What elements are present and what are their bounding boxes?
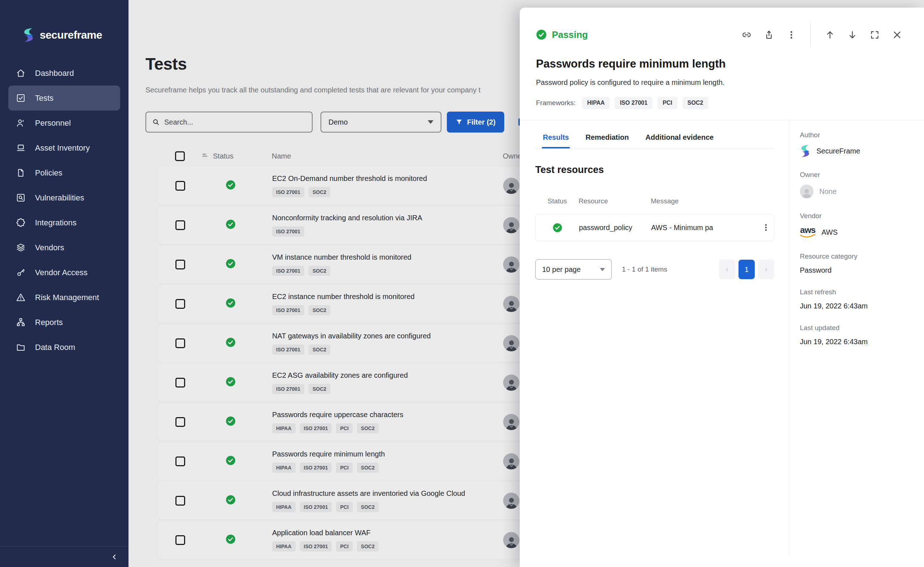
resource-options-button[interactable] <box>758 223 774 232</box>
previous-page-button[interactable]: ‹ <box>719 260 735 279</box>
secureframe-logo-icon <box>800 145 811 157</box>
row-checkbox[interactable] <box>176 299 185 309</box>
current-page-button[interactable]: 1 <box>738 260 755 279</box>
select-all-checkbox[interactable] <box>175 151 185 161</box>
table-row[interactable]: NAT gateways in availability zones are c… <box>158 325 577 361</box>
test-description: Password policy is configured to require… <box>536 78 902 87</box>
resource-category-value: Password <box>800 266 913 274</box>
close-drawer-button[interactable] <box>891 29 902 40</box>
row-checkbox[interactable] <box>176 496 185 505</box>
tab-remediation[interactable]: Remediation <box>584 130 630 148</box>
author-value: SecureFrame <box>816 147 860 155</box>
per-page-select[interactable]: 10 per page <box>535 259 612 280</box>
table-row[interactable]: EC2 ASG availability zones are configure… <box>158 364 577 400</box>
share-icon <box>764 30 774 40</box>
resource-category-label: Resource category <box>800 253 913 260</box>
search-box[interactable] <box>146 111 313 132</box>
row-checkbox[interactable] <box>176 456 185 466</box>
table-row[interactable]: Cloud infrastructure assets are inventor… <box>158 483 577 519</box>
sidebar-item-policies[interactable]: Policies <box>8 160 120 185</box>
resource-row[interactable]: password_policyAWS - Minimum pa <box>535 214 774 241</box>
row-checkbox[interactable] <box>176 260 185 269</box>
resource-name: password_policy <box>579 224 651 232</box>
resource-table-header: Status Resource Message <box>535 197 774 205</box>
sidebar-item-asset-inventory[interactable]: Asset Inventory <box>8 135 120 160</box>
page-subtitle: Secureframe helps you track all the outs… <box>146 86 550 94</box>
row-checkbox[interactable] <box>176 181 185 191</box>
sidebar-item-vendors[interactable]: Vendors <box>8 235 120 260</box>
tab-results[interactable]: Results <box>542 130 570 148</box>
more-options-button[interactable] <box>786 29 796 40</box>
arrow-up-icon <box>825 30 835 40</box>
row-checkbox[interactable] <box>176 535 185 545</box>
resource-column-message: Message <box>651 197 758 205</box>
framework-badge: SOC2 <box>357 423 379 433</box>
framework-badge: ISO 27001 <box>272 187 304 197</box>
row-checkbox[interactable] <box>176 220 185 230</box>
framework-badges: ISO 27001SOC2 <box>272 187 483 197</box>
sidebar-item-tests[interactable]: Tests <box>8 86 120 111</box>
framework-badge: ISO 27001 <box>615 97 652 109</box>
resource-column-resource: Resource <box>579 197 651 205</box>
row-checkbox[interactable] <box>176 417 185 427</box>
expand-button[interactable] <box>869 29 880 40</box>
sidebar-item-vendor-access[interactable]: Vendor Access <box>8 260 120 285</box>
sidebar-item-vulnerabilities[interactable]: Vulnerabilities <box>8 185 120 210</box>
table-row[interactable]: Passwords require uppercase charactersHI… <box>158 404 577 440</box>
passing-status-icon <box>226 495 236 506</box>
sort-icon[interactable] <box>201 151 209 161</box>
sidebar-item-personnel[interactable]: Personnel <box>8 111 120 135</box>
sidebar-collapse-button[interactable] <box>108 551 120 563</box>
owner-avatar <box>503 256 519 273</box>
framework-select[interactable]: Demo <box>321 111 441 132</box>
column-header-name[interactable]: Name <box>259 152 483 160</box>
table-row[interactable]: Nonconformity tracking and resolution vi… <box>158 207 577 243</box>
table-row[interactable]: Application load balancer WAFHIPAAISO 27… <box>158 522 577 558</box>
aws-smile-icon <box>800 235 816 239</box>
table-row[interactable]: EC2 instance number threshold is monitor… <box>158 286 577 322</box>
test-resources-title: Test resources <box>535 164 774 176</box>
sidebar-item-label: Data Room <box>35 343 75 352</box>
sidebar-item-integrations[interactable]: Integrations <box>8 210 120 235</box>
owner-avatar <box>503 178 519 194</box>
filter-button[interactable]: Filter (2) <box>447 111 504 132</box>
owner-avatar <box>503 532 519 548</box>
previous-test-button[interactable] <box>824 29 835 40</box>
table-row[interactable]: VM instance number threshold is monitore… <box>158 246 577 283</box>
row-checkbox[interactable] <box>176 338 185 348</box>
sidebar-item-dashboard[interactable]: Dashboard <box>8 61 120 86</box>
framework-badge: PCI <box>336 541 352 552</box>
framework-badge: ISO 27001 <box>300 463 332 473</box>
sidebar-item-risk-management[interactable]: Risk Management <box>8 285 120 310</box>
framework-badge: ISO 27001 <box>300 541 332 552</box>
app-root: secureframe DashboardTestsPersonnelAsset… <box>0 0 924 567</box>
passing-status-icon <box>226 219 236 231</box>
filter-button-label: Filter (2) <box>467 118 496 126</box>
close-icon <box>892 30 902 40</box>
next-page-button[interactable]: › <box>758 260 774 279</box>
sidebar-item-label: Asset Inventory <box>35 143 90 153</box>
framework-badge: PCI <box>336 423 352 433</box>
next-test-button[interactable] <box>847 29 858 40</box>
search-input[interactable] <box>164 118 302 126</box>
sidebar-item-label: Vendors <box>35 243 64 253</box>
framework-badge: SOC2 <box>357 463 379 473</box>
framework-badges: HIPAAISO 27001PCISOC2 <box>272 502 483 512</box>
table-row[interactable]: EC2 On-Demand number threshold is monito… <box>158 168 577 204</box>
test-name: Passwords require uppercase characters <box>272 411 483 419</box>
column-header-status[interactable]: Status <box>213 152 234 160</box>
framework-badge: ISO 27001 <box>272 226 304 236</box>
drawer-tabs: ResultsRemediationAdditional evidence <box>535 120 774 149</box>
fullscreen-icon <box>870 30 880 40</box>
row-checkbox[interactable] <box>176 378 185 388</box>
share-button[interactable] <box>764 29 774 40</box>
passing-status-icon <box>226 180 236 191</box>
sidebar-item-reports[interactable]: Reports <box>8 310 120 335</box>
copy-link-button[interactable] <box>741 29 752 40</box>
tab-additional-evidence[interactable]: Additional evidence <box>644 130 715 148</box>
puzzle-icon <box>16 218 26 227</box>
sidebar-item-data-room[interactable]: Data Room <box>8 335 120 360</box>
framework-badge: SOC2 <box>309 344 330 355</box>
test-name: VM instance number threshold is monitore… <box>272 253 483 262</box>
table-row[interactable]: Passwords require minimum lengthHIPAAISO… <box>158 443 577 479</box>
